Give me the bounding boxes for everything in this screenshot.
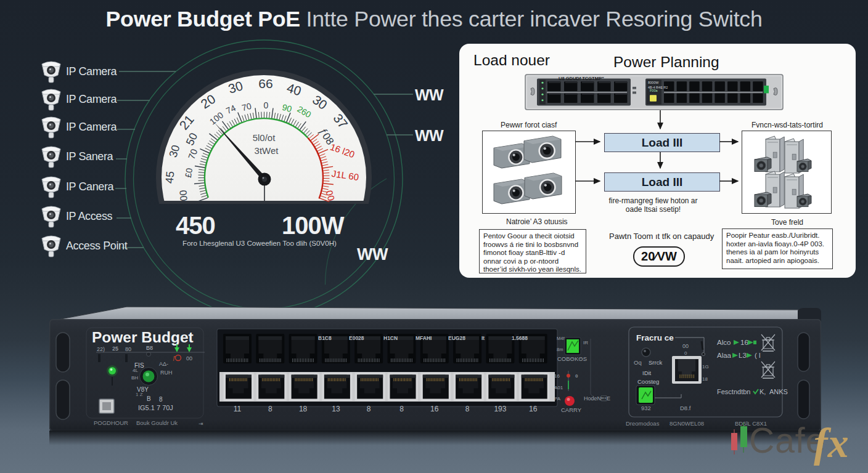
svg-text:B8: B8 bbox=[146, 345, 153, 351]
svg-text:£0: £0 bbox=[183, 167, 194, 178]
svg-text:13: 13 bbox=[332, 405, 340, 413]
svg-text:3tWet: 3tWet bbox=[255, 145, 279, 156]
svg-text:A01: A01 bbox=[554, 385, 563, 390]
svg-text:18: 18 bbox=[702, 376, 708, 382]
svg-text:00: 00 bbox=[682, 343, 689, 349]
svg-text:EUG28: EUG28 bbox=[448, 335, 465, 341]
svg-text:1 Z: 1 Z bbox=[136, 392, 143, 397]
svg-text:Power Budget: Power Budget bbox=[92, 329, 194, 346]
svg-text:BH: BH bbox=[131, 375, 138, 381]
svg-text:HodeNE: HodeNE bbox=[584, 395, 610, 402]
svg-text:RUH: RUH bbox=[160, 370, 173, 376]
svg-text:H1CN: H1CN bbox=[383, 335, 398, 341]
svg-text:8: 8 bbox=[465, 405, 470, 413]
svg-text:fx: fx bbox=[814, 419, 849, 466]
svg-text:16: 16 bbox=[554, 373, 560, 379]
svg-text:ANKS: ANKS bbox=[769, 388, 788, 395]
svg-text:K,: K, bbox=[760, 388, 766, 395]
svg-text:5Ɩ0/ot: 5Ɩ0/ot bbox=[253, 132, 276, 143]
svg-text:8GN0WEL08: 8GN0WEL08 bbox=[669, 420, 704, 427]
svg-text:25: 25 bbox=[112, 346, 118, 352]
svg-text:4L: 4L bbox=[133, 368, 138, 373]
svg-text:Alaa: Alaa bbox=[717, 352, 732, 359]
svg-text:11: 11 bbox=[234, 405, 242, 413]
svg-text:( l: ( l bbox=[755, 352, 761, 359]
svg-text:POGDHOUR: POGDHOUR bbox=[94, 419, 128, 426]
svg-text:00: 00 bbox=[186, 355, 192, 362]
svg-text:AΔ-: AΔ- bbox=[159, 361, 168, 367]
svg-text:Coosteg: Coosteg bbox=[637, 378, 659, 385]
svg-text:It: It bbox=[481, 335, 485, 341]
svg-text:Alco: Alco bbox=[717, 339, 731, 346]
svg-text:Bouk Gouldr Uk: Bouk Gouldr Uk bbox=[136, 419, 178, 426]
svg-text:M4f: M4f bbox=[557, 336, 565, 341]
svg-text:80: 80 bbox=[125, 346, 131, 352]
svg-text:CARRY: CARRY bbox=[561, 406, 582, 413]
svg-text:8m: 8m bbox=[557, 347, 563, 352]
svg-text:B1C8: B1C8 bbox=[318, 335, 332, 341]
svg-text:Srrck: Srrck bbox=[649, 359, 662, 366]
svg-text:0: 0 bbox=[684, 350, 687, 356]
svg-text:8: 8 bbox=[399, 405, 404, 413]
svg-text:16: 16 bbox=[529, 405, 538, 413]
svg-text:1G: 1G bbox=[702, 364, 709, 370]
svg-text:Oq: Oq bbox=[634, 359, 642, 366]
svg-text:66: 66 bbox=[258, 76, 272, 91]
svg-text:8: 8 bbox=[159, 396, 163, 403]
svg-text:16: 16 bbox=[430, 405, 439, 413]
svg-text:D8.f: D8.f bbox=[680, 405, 691, 411]
svg-text:IG5.1 7 70J: IG5.1 7 70J bbox=[138, 404, 173, 411]
svg-text:E0028: E0028 bbox=[349, 335, 364, 341]
svg-text:932: 932 bbox=[641, 405, 651, 411]
svg-text:0: 0 bbox=[264, 100, 269, 110]
svg-text:8: 8 bbox=[367, 405, 371, 413]
svg-text:IR: IR bbox=[583, 340, 588, 346]
svg-text:18: 18 bbox=[299, 405, 308, 413]
svg-text:00: 00 bbox=[178, 190, 189, 201]
svg-text:PA: PA bbox=[554, 396, 561, 402]
svg-text:Fesctndtbn: Fesctndtbn bbox=[717, 388, 750, 395]
svg-text:45: 45 bbox=[163, 171, 177, 184]
svg-text:22): 22) bbox=[97, 346, 105, 352]
svg-text:Fracru ce: Fracru ce bbox=[636, 333, 674, 342]
svg-text:16: 16 bbox=[740, 339, 748, 346]
svg-text:8: 8 bbox=[268, 405, 272, 413]
svg-text:193: 193 bbox=[494, 405, 506, 413]
svg-text:⇥: ⇥ bbox=[199, 421, 203, 427]
svg-text:1.5688: 1.5688 bbox=[512, 335, 528, 341]
svg-text:θ: θ bbox=[575, 373, 578, 379]
svg-text:Dreomodoas: Dreomodoas bbox=[626, 420, 660, 427]
svg-text:IDit: IDit bbox=[642, 370, 652, 376]
svg-text:B: B bbox=[147, 395, 151, 402]
svg-text:MFAHI: MFAHI bbox=[416, 335, 432, 341]
svg-text:L3: L3 bbox=[739, 352, 747, 359]
svg-text:COBΘKΘS: COBΘKΘS bbox=[557, 355, 587, 362]
